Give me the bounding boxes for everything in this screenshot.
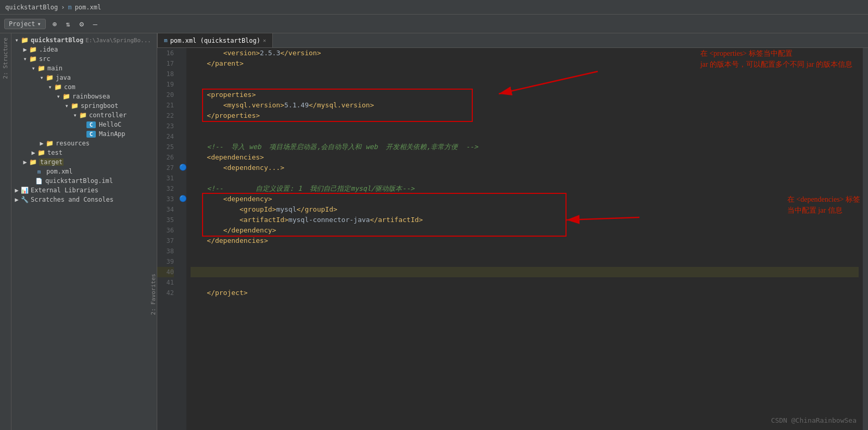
structure-tab[interactable]: 2: Structure bbox=[0, 33, 11, 83]
tree-ext-libs[interactable]: ▶ 📊 External Libraries bbox=[11, 186, 157, 195]
tree-rainbowsea-label: rainbowsea bbox=[72, 93, 110, 100]
tree-scratches[interactable]: ▶ 🔧 Scratches and Consoles bbox=[11, 195, 157, 204]
tree-mainapp[interactable]: C MainApp bbox=[11, 129, 157, 139]
close-icon[interactable]: — bbox=[90, 18, 101, 30]
project-name: quickstartBlog bbox=[5, 4, 58, 11]
main-layout: 2: Structure ▾ 📁 quickstartBlog E:\Java\… bbox=[0, 33, 868, 430]
code-line-20: <properties> bbox=[191, 90, 859, 100]
tree-controller[interactable]: ▾ 📁 controller bbox=[11, 110, 157, 120]
tree-root-path: E:\Java\SpringBo... bbox=[85, 37, 151, 44]
editor-body[interactable]: 16 17 18 19 20 21 22 23 24 25 26 27 31 3… bbox=[157, 48, 868, 430]
editor-container: m pom.xml (quickstartBlog) ✕ 16 17 18 19… bbox=[157, 33, 868, 430]
tree-arrow-rainbowsea: ▾ bbox=[55, 93, 61, 100]
tree-root[interactable]: ▾ 📁 quickstartBlog E:\Java\SpringBo... bbox=[11, 35, 157, 45]
file-name: pom.xml bbox=[75, 4, 102, 11]
collapse-icon[interactable]: ⇅ bbox=[62, 18, 74, 30]
folder-icon-root: 📁 bbox=[20, 36, 29, 44]
tree-target[interactable]: ▶ 📁 target bbox=[11, 157, 157, 167]
tree-idea-label: .idea bbox=[39, 46, 58, 53]
code-line-22: </properties> bbox=[191, 110, 859, 121]
tree-mainapp-label: MainApp bbox=[99, 130, 125, 138]
pom-icon: m bbox=[34, 168, 44, 175]
tree-springboot-label: springboot bbox=[81, 102, 118, 109]
code-line-25: <!-- 导入 web 项目场景启动器,会自动导入和 web 开发相关依赖,非常… bbox=[191, 142, 859, 152]
tree-pom-label: pom.xml bbox=[46, 168, 73, 175]
file-icon: m bbox=[68, 4, 71, 11]
class-icon-mainapp: C bbox=[86, 131, 96, 138]
tree-com[interactable]: ▾ 📁 com bbox=[11, 82, 157, 92]
folder-icon-target: 📁 bbox=[28, 158, 37, 166]
settings-icon[interactable]: ⚙ bbox=[76, 18, 87, 30]
tree-resources[interactable]: ▶ 📁 resources bbox=[11, 139, 157, 148]
tree-target-label: target bbox=[39, 158, 64, 166]
line-numbers: 16 17 18 19 20 21 22 23 24 25 26 27 31 3… bbox=[157, 48, 178, 430]
code-line-34: <groupId>mysql</groupId> bbox=[191, 204, 859, 215]
tree-java-label: java bbox=[56, 74, 71, 81]
side-tabs-left: 2: Structure bbox=[0, 33, 11, 430]
tree-rainbowsea[interactable]: ▾ 📁 rainbowsea bbox=[11, 92, 157, 101]
code-line-17: </parent> bbox=[191, 58, 859, 69]
tree-test[interactable]: ▶ 📁 test bbox=[11, 148, 157, 157]
tree-iml[interactable]: 📄 quickstartBlog.iml bbox=[11, 176, 157, 186]
tree-arrow-controller: ▾ bbox=[72, 112, 78, 119]
tree-arrow-idea: ▶ bbox=[22, 46, 28, 53]
folder-icon-java: 📁 bbox=[45, 74, 54, 81]
chevron-down-icon: ▾ bbox=[37, 20, 41, 28]
tree-arrow-com: ▾ bbox=[47, 83, 53, 91]
tree-arrow-test: ▶ bbox=[30, 149, 36, 156]
tree-arrow-target: ▶ bbox=[22, 158, 28, 166]
tree-iml-label: quickstartBlog.iml bbox=[45, 177, 113, 185]
code-line-32: <!-- 自定义设置: 1 我们自己指定mysql/驱动版本--> bbox=[191, 183, 859, 194]
gutter: 🔵 🔵 bbox=[178, 48, 186, 430]
tree-main[interactable]: ▾ 📁 main bbox=[11, 64, 157, 73]
toolbar: Project ▾ ⊕ ⇅ ⚙ — bbox=[0, 15, 868, 33]
tree-idea[interactable]: ▶ 📁 .idea bbox=[11, 45, 157, 54]
tree-helloc[interactable]: C HelloC bbox=[11, 120, 157, 129]
tree-arrow-resources: ▶ bbox=[39, 140, 45, 147]
code-line-26: <dependencies> bbox=[191, 152, 859, 163]
folder-icon-springboot: 📁 bbox=[70, 102, 79, 109]
code-line-41 bbox=[191, 277, 859, 288]
code-line-23 bbox=[191, 121, 859, 131]
tree-ext-label: External Libraries bbox=[31, 187, 98, 194]
tab-label: pom.xml (quickstartBlog) bbox=[170, 37, 260, 44]
folder-icon-src: 📁 bbox=[28, 55, 37, 63]
folder-icon-resources: 📁 bbox=[45, 140, 54, 147]
folder-icon-com: 📁 bbox=[53, 83, 62, 91]
tab-icon: m bbox=[164, 37, 168, 44]
tab-close-button[interactable]: ✕ bbox=[263, 38, 266, 43]
code-line-42: </project> bbox=[191, 288, 859, 298]
project-dropdown-label: Project bbox=[9, 20, 35, 28]
favorites-tab[interactable]: 2: Favorites bbox=[149, 272, 157, 317]
tree-java[interactable]: ▾ 📁 java bbox=[11, 73, 157, 82]
tree-arrow-root: ▾ bbox=[14, 36, 20, 44]
project-dropdown[interactable]: Project ▾ bbox=[4, 19, 46, 29]
tree-arrow-scratches: ▶ bbox=[14, 196, 20, 203]
code-line-21: <mysql.version>5.1.49</mysql.version> bbox=[191, 100, 859, 110]
code-line-38 bbox=[191, 246, 859, 256]
tab-bar: m pom.xml (quickstartBlog) ✕ bbox=[157, 33, 868, 48]
tree-springboot[interactable]: ▾ 📁 springboot bbox=[11, 101, 157, 110]
code-line-24 bbox=[191, 131, 859, 142]
code-line-37: </dependencies> bbox=[191, 236, 859, 246]
tab-pom[interactable]: m pom.xml (quickstartBlog) ✕ bbox=[157, 33, 273, 47]
code-area[interactable]: <version>2.5.3</version> </parent> <prop… bbox=[186, 48, 863, 430]
tree-pom[interactable]: m pom.xml bbox=[11, 167, 157, 176]
tree-arrow-main: ▾ bbox=[30, 65, 36, 72]
file-tree: ▾ 📁 quickstartBlog E:\Java\SpringBo... ▶… bbox=[11, 33, 157, 430]
toolbar-icons: ⊕ ⇅ ⚙ — bbox=[49, 18, 101, 30]
tree-arrow-src: ▾ bbox=[22, 55, 28, 63]
code-line-18 bbox=[191, 69, 859, 79]
tree-src[interactable]: ▾ 📁 src bbox=[11, 54, 157, 64]
tree-arrow-springboot: ▾ bbox=[64, 102, 70, 109]
scrollbar[interactable] bbox=[863, 48, 868, 430]
class-icon-helloc: C bbox=[86, 121, 96, 128]
code-line-35: <artifactId>mysql-connector-java</artifa… bbox=[191, 215, 859, 225]
breadcrumb-sep: › bbox=[61, 4, 65, 11]
folder-icon-test: 📁 bbox=[36, 149, 46, 156]
tree-arrow-java: ▾ bbox=[39, 74, 45, 81]
code-line-33: <dependency> bbox=[191, 194, 859, 204]
watermark: CSDN @ChinaRainbowSea bbox=[771, 415, 857, 426]
sync-icon[interactable]: ⊕ bbox=[49, 18, 60, 30]
tree-src-label: src bbox=[39, 55, 51, 63]
